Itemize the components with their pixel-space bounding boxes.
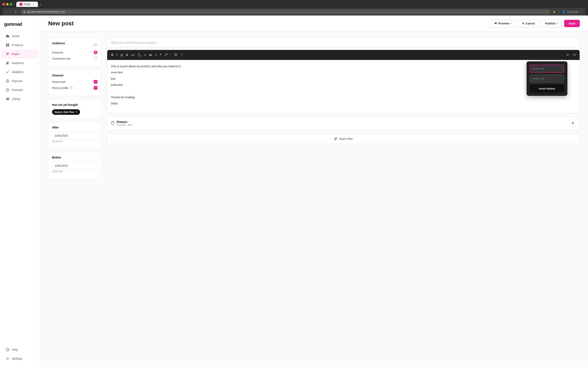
attach-files-button[interactable]: Attach files (107, 134, 580, 144)
subject-input[interactable] (107, 38, 580, 47)
insert-button-button[interactable]: Insert button (530, 85, 564, 92)
sidebar-item-label: Analytics (12, 70, 23, 74)
editor-line-6: Thanks for reading (111, 95, 576, 100)
maximize-traffic-light[interactable] (10, 3, 12, 6)
code-button[interactable]: <> (130, 52, 136, 58)
back-button[interactable]: ‹ (5, 9, 8, 14)
cancel-button[interactable]: ✕ Cancel (518, 20, 539, 27)
sidebar-item-help[interactable]: ? Help (2, 345, 38, 354)
sidebar-item-home[interactable]: Home (2, 32, 38, 40)
topbar: New post 👁 Preview ▾ ✕ Cancel Publish ▾ … (40, 16, 588, 32)
underline-button[interactable]: U (120, 52, 124, 58)
preview-button[interactable]: 👁 Preview ▾ (490, 20, 516, 27)
menu-icon[interactable]: ⋮ (580, 10, 583, 13)
bullet-list-button[interactable]: ≡ (143, 52, 147, 58)
image-button[interactable] (173, 52, 178, 58)
everyone-option[interactable]: Everyone (52, 50, 97, 54)
editor-line-2: more text (111, 70, 576, 75)
browser-titlebar: Posts ✕ + (2, 2, 586, 7)
publish-button[interactable]: Publish ▾ (541, 20, 562, 27)
sidebar-item-label: Products (12, 43, 23, 47)
sidebar-logo: gumroad (0, 20, 40, 32)
reload-button[interactable]: ↻ (14, 9, 18, 14)
cancel-label: Cancel (526, 22, 535, 25)
publish-chevron-icon: ▾ (557, 22, 558, 25)
home-icon (6, 34, 9, 38)
check-icon: ✓ (95, 81, 96, 83)
post-to-profile-option[interactable]: Post to profile ? ✓ (52, 86, 97, 90)
sidebar-item-audience[interactable]: Audience (2, 59, 38, 67)
tag-remove-button[interactable]: ✕ (75, 110, 78, 114)
browser-address-bar: ‹ › ↻ 🔒 app.gumroad.com/posts#new_post ⚡… (2, 8, 586, 16)
before-date-input[interactable] (52, 162, 97, 169)
bookmark-icon[interactable]: ☆ (558, 10, 560, 13)
save-button[interactable]: Save (564, 20, 580, 27)
editor-line-3: text (111, 76, 576, 81)
new-tab-button[interactable]: + (38, 3, 43, 7)
sidebar-item-library[interactable]: Library (2, 95, 38, 103)
attachment-name: Flowers (117, 120, 132, 124)
everyone-label: Everyone (52, 51, 63, 54)
svg-rect-1 (8, 44, 9, 45)
bold-button[interactable]: B (110, 52, 114, 58)
sidebar-item-posts[interactable]: Posts (2, 50, 38, 58)
close-traffic-light[interactable] (2, 3, 5, 6)
products-icon (6, 43, 9, 47)
insert-button-button[interactable] (179, 52, 185, 58)
audience-header: Audience 0/1 (52, 42, 97, 48)
sidebar-item-products[interactable]: Products (2, 41, 38, 49)
svg-point-9 (7, 90, 8, 90)
customers-only-radio[interactable] (94, 57, 97, 60)
subscript-button[interactable]: Tx (137, 52, 142, 58)
blockquote-button[interactable]: ❝ (159, 52, 163, 58)
italic-button[interactable]: I (115, 52, 119, 58)
attachment-meta: 78.4 KB · JPG (117, 124, 132, 126)
button-url-input[interactable] (530, 75, 564, 83)
button-text-input[interactable] (530, 65, 564, 73)
profile-icon[interactable]: 👤 (562, 10, 565, 13)
preview-icon: 👁 (494, 22, 497, 25)
svg-rect-0 (6, 44, 7, 45)
tab-close-button[interactable]: ✕ (32, 3, 35, 6)
sidebar-item-payouts[interactable]: $ Payouts (2, 77, 38, 85)
channel-title: Channel (52, 74, 97, 77)
attachment-delete-button[interactable] (570, 120, 576, 127)
publish-label: Publish (545, 22, 555, 25)
audience-icon (6, 61, 9, 65)
before-time-label: 11:59 PST (52, 170, 97, 173)
align-button[interactable]: ≡ (154, 52, 158, 58)
send-email-checkbox[interactable]: ✓ (94, 80, 97, 83)
traffic-lights (2, 3, 12, 6)
sidebar-panel: Audience 0/1 Everyone Customers only Cha… (48, 38, 101, 182)
audience-count: 0/1 (94, 43, 97, 46)
sidebar-item-settings[interactable]: Settings (2, 354, 38, 363)
after-section: After 00:00 PST (48, 122, 101, 149)
numbered-list-button[interactable]: ≣ (148, 52, 153, 58)
editor-body[interactable]: This is a post about my product and why … (107, 60, 580, 113)
has-not-bought-section: Has not yet bought Daisy's Diet Plan ✕ (48, 99, 101, 119)
undo-button[interactable]: ↩ (565, 52, 570, 58)
customers-only-option[interactable]: Customers only (52, 57, 97, 60)
sidebar-item-discover[interactable]: Discover (2, 86, 38, 94)
svg-rect-10 (6, 98, 7, 100)
address-bar[interactable]: 🔒 app.gumroad.com/posts#new_post (20, 9, 550, 14)
toolbar-separator (171, 53, 171, 57)
strikethrough-button[interactable]: S (125, 52, 129, 58)
svg-text:$: $ (7, 80, 8, 82)
forward-button[interactable]: › (9, 9, 12, 14)
minimize-traffic-light[interactable] (6, 3, 9, 6)
help-tooltip-icon[interactable]: ? (70, 86, 73, 90)
extensions-icon: ⚡ (553, 10, 556, 13)
link-button[interactable] (164, 52, 169, 58)
svg-point-17 (182, 54, 182, 55)
tab-favicon (20, 3, 22, 6)
discover-icon (6, 88, 9, 92)
sidebar-item-label: Discover (12, 88, 23, 92)
post-to-profile-checkbox[interactable]: ✓ (94, 86, 97, 90)
active-tab[interactable]: Posts ✕ (16, 2, 38, 7)
sidebar-item-analytics[interactable]: Analytics (2, 68, 38, 76)
redo-button[interactable]: ↪ (572, 52, 577, 58)
everyone-radio[interactable] (94, 50, 97, 54)
send-email-option[interactable]: Send email ✓ (52, 80, 97, 83)
after-date-input[interactable] (52, 132, 97, 140)
